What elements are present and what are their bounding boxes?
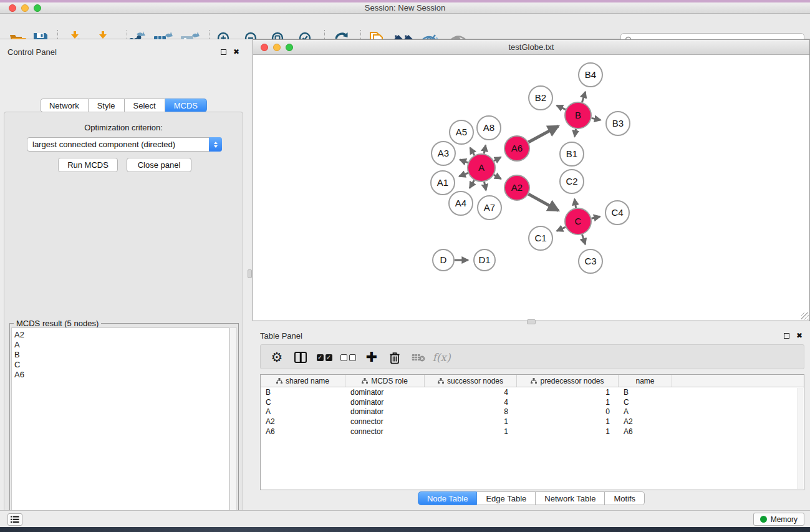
table-cell[interactable]: 4 xyxy=(425,398,517,407)
float-panel-icon[interactable] xyxy=(221,49,226,55)
table-row[interactable]: A2connector11A2 xyxy=(261,417,804,427)
node-B3[interactable]: B3 xyxy=(606,112,630,135)
deselect-all-button[interactable] xyxy=(337,345,359,370)
table-row[interactable]: Cdominator41C xyxy=(261,397,804,407)
close-panel-icon[interactable]: ✖ xyxy=(796,332,803,339)
edge-C-C1[interactable] xyxy=(557,227,566,231)
node-A4[interactable]: A4 xyxy=(449,191,473,215)
network-graph[interactable]: AA1A2A3A4A5A6A7A8BB1B2B3B4CC1C2C3C4DD1 xyxy=(253,55,809,321)
delete-table-button[interactable] xyxy=(407,345,430,370)
table-cell[interactable]: connector xyxy=(345,417,425,426)
node-C1[interactable]: C1 xyxy=(529,226,552,250)
mcds-list-scrollbar[interactable] xyxy=(229,327,237,532)
column-header-shared-name[interactable]: shared name xyxy=(261,375,345,387)
close-panel-icon[interactable]: ✖ xyxy=(233,48,239,56)
node-A1[interactable]: A1 xyxy=(431,171,455,195)
column-header-MCDS-role[interactable]: MCDS role xyxy=(345,375,425,387)
split-view-button[interactable] xyxy=(289,345,312,370)
node-B1[interactable]: B1 xyxy=(560,142,584,166)
mcds-result-item[interactable]: A2 xyxy=(14,330,229,340)
node-C3[interactable]: C3 xyxy=(579,249,602,273)
edge-A-A4[interactable] xyxy=(470,180,474,188)
tab-edge-table[interactable]: Edge Table xyxy=(477,491,536,505)
table-cell[interactable]: 1 xyxy=(517,388,619,397)
run-mcds-button[interactable]: Run MCDS xyxy=(58,158,118,172)
table-cell[interactable]: A2 xyxy=(261,417,345,426)
edge-B-B3[interactable] xyxy=(592,118,601,120)
table-cell[interactable]: 1 xyxy=(517,398,619,407)
table-cell[interactable]: B xyxy=(261,388,345,397)
table-cell[interactable]: connector xyxy=(345,427,425,436)
mcds-result-list[interactable]: A2ABCA6 xyxy=(11,327,229,532)
tab-network[interactable]: Network xyxy=(40,99,89,112)
table-cell[interactable]: dominator xyxy=(345,388,425,397)
table-cell[interactable]: dominator xyxy=(345,407,425,416)
node-A2[interactable]: A2 xyxy=(504,175,529,200)
function-builder-button[interactable]: f(x) xyxy=(430,345,453,370)
edge-B-B1[interactable] xyxy=(575,129,576,137)
node-C[interactable]: C xyxy=(565,208,591,235)
table-cell[interactable]: 1 xyxy=(425,417,517,426)
edge-A-A6[interactable] xyxy=(494,157,501,161)
mcds-result-item[interactable]: C xyxy=(14,360,229,370)
column-header-name[interactable]: name xyxy=(619,375,672,387)
resize-grip[interactable] xyxy=(801,312,809,320)
table-cell[interactable]: dominator xyxy=(345,398,425,407)
table-cell[interactable]: 0 xyxy=(517,407,619,416)
tab-select[interactable]: Select xyxy=(125,99,165,112)
table-cell[interactable]: 1 xyxy=(517,417,619,426)
table-settings-button[interactable]: ⚙ xyxy=(266,345,288,370)
edge-B-B2[interactable] xyxy=(557,105,566,110)
table-scrollbar[interactable] xyxy=(798,388,803,489)
task-history-button[interactable] xyxy=(7,513,22,526)
mcds-result-item[interactable]: A6 xyxy=(14,370,229,380)
select-all-button[interactable]: ✓✓ xyxy=(313,345,335,370)
table-cell[interactable]: B xyxy=(619,388,672,397)
table-cell[interactable]: 1 xyxy=(425,427,517,436)
tab-node-table[interactable]: Node Table xyxy=(418,491,478,505)
edge-C-C2[interactable] xyxy=(574,199,576,208)
table-cell[interactable]: 8 xyxy=(425,407,517,416)
edge-A6-B[interactable] xyxy=(528,126,558,142)
splitter-handle[interactable] xyxy=(527,319,536,324)
network-canvas[interactable]: AA1A2A3A4A5A6A7A8BB1B2B3B4CC1C2C3C4DD1 xyxy=(253,55,809,321)
node-A7[interactable]: A7 xyxy=(478,196,501,220)
edge-C-C3[interactable] xyxy=(582,235,586,244)
table-cell[interactable]: 4 xyxy=(425,388,517,397)
tab-network-table[interactable]: Network Table xyxy=(536,491,605,505)
splitter-handle[interactable] xyxy=(248,269,252,278)
node-A6[interactable]: A6 xyxy=(504,136,529,161)
node-D1[interactable]: D1 xyxy=(474,249,495,271)
edge-A-A3[interactable] xyxy=(460,160,468,163)
table-cell[interactable]: C xyxy=(261,398,345,407)
tab-motifs[interactable]: Motifs xyxy=(605,491,645,505)
memory-button[interactable]: Memory xyxy=(753,513,804,526)
edge-A-A8[interactable] xyxy=(484,145,486,153)
delete-column-button[interactable] xyxy=(383,345,406,370)
vertical-splitter[interactable] xyxy=(247,39,253,510)
table-cell[interactable]: C xyxy=(619,398,672,407)
node-C4[interactable]: C4 xyxy=(605,201,629,225)
column-header-predecessor-nodes[interactable]: predecessor nodes xyxy=(517,375,619,387)
mcds-result-item[interactable]: B xyxy=(14,350,229,360)
table-cell[interactable]: A6 xyxy=(619,427,672,436)
table-cell[interactable]: A2 xyxy=(619,417,672,426)
optimization-criterion-select[interactable]: largest connected component (directed) xyxy=(27,137,222,152)
node-A[interactable]: A xyxy=(468,154,495,181)
node-table[interactable]: shared nameMCDS rolesuccessor nodesprede… xyxy=(260,374,804,490)
node-A5[interactable]: A5 xyxy=(450,120,473,144)
node-B2[interactable]: B2 xyxy=(529,86,552,110)
node-A8[interactable]: A8 xyxy=(477,116,501,140)
edge-A2-C[interactable] xyxy=(528,194,558,210)
edge-A-A5[interactable] xyxy=(470,148,475,155)
float-panel-icon[interactable] xyxy=(784,333,789,339)
edge-A-A1[interactable] xyxy=(459,173,468,176)
edge-C-C4[interactable] xyxy=(591,216,600,218)
tab-mcds[interactable]: MCDS xyxy=(165,99,207,112)
node-A3[interactable]: A3 xyxy=(432,142,455,165)
mcds-result-item[interactable]: A xyxy=(14,340,229,350)
edge-B-B4[interactable] xyxy=(582,92,585,102)
table-cell[interactable]: 1 xyxy=(517,427,619,436)
table-row[interactable]: Bdominator41B xyxy=(261,387,804,397)
node-C2[interactable]: C2 xyxy=(560,170,584,193)
